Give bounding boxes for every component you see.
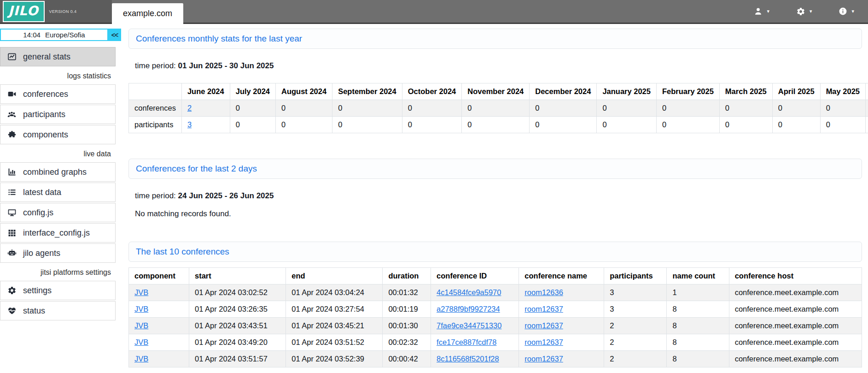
brand-area: JILO VERSION 0.4 [0,0,112,23]
conference-id-link[interactable]: fce17ce887fcdf78 [437,338,496,346]
cell: conference.meet.example.com [729,334,862,351]
app-version: VERSION 0.4 [49,9,76,14]
puzzle-icon [6,130,17,139]
column-header: August 2024 [276,83,332,100]
stat-link[interactable]: 3 [187,120,192,129]
tab-platform[interactable]: example.com [112,3,183,24]
last-conferences-table: componentstartenddurationconference IDco… [128,267,862,367]
conference-name-link[interactable]: room12636 [524,288,563,296]
cell: 3 [604,284,667,301]
cell: 8 [667,301,729,318]
cell: 8c116568f5201f28 [431,351,519,367]
monthly-stats-section: Conferences monthly stats for the last y… [128,29,862,133]
stat-cell: 2 [181,100,230,117]
cell: 7fae9ce344751330 [431,318,519,334]
column-header: duration [383,268,431,284]
stat-cell: 0 [656,100,719,117]
sidebar-item-status[interactable]: status [0,301,116,320]
sidebar-item-participants[interactable]: participants [0,105,116,124]
table-header-row: June 2024July 2024August 2024September 2… [129,83,868,100]
table-row: JVB01 Apr 2024 03:51:5701 Apr 2024 03:52… [129,351,862,367]
conference-id-link[interactable]: a2788f9bf9927234 [437,305,500,313]
users-icon [6,110,17,119]
column-header: December 2024 [530,83,597,100]
last-conferences-title: The last 10 conferences [136,247,229,257]
stat-cell: 0 [597,117,657,133]
column-header: conference name [519,268,604,284]
conference-id-link[interactable]: 4c14584fce9a5970 [437,288,501,296]
cell: fce17ce887fcdf78 [431,334,519,351]
info-menu[interactable]: ▾ [839,7,854,16]
gear-icon [6,286,17,295]
cell: a2788f9bf9927234 [431,301,519,318]
conference-name-link[interactable]: room12637 [524,338,563,346]
component-link[interactable]: JVB [134,305,148,313]
cell: 2 [604,334,667,351]
component-link[interactable]: JVB [134,321,148,330]
last-conferences-card-header[interactable]: The last 10 conferences [128,242,862,262]
user-menu[interactable]: ▾ [754,7,769,16]
sidebar-item-combined-graphs[interactable]: combined graphs [0,162,116,182]
stat-cell: 0 [332,100,402,117]
column-header: April 2025 [772,83,820,100]
component-link[interactable]: JVB [134,355,148,363]
column-header: conference host [729,268,862,284]
stat-cell: 0 [276,100,332,117]
sidebar-collapse-button[interactable]: << [108,29,121,41]
caret-down-icon: ▾ [810,8,812,14]
sidebar-item-components[interactable]: components [0,125,116,144]
cell: 01 Apr 2024 03:04:24 [286,284,383,301]
sidebar-item-config-js[interactable]: config.js [0,203,116,222]
stat-cell: 0 [820,117,865,133]
component-link[interactable]: JVB [134,338,148,346]
conference-name-link[interactable]: room12637 [524,305,563,313]
monthly-stats-card-header[interactable]: Conferences monthly stats for the last y… [128,29,862,49]
cell: 01 Apr 2024 03:43:51 [189,318,286,334]
conference-name-link[interactable]: room12637 [524,355,563,363]
video-icon [6,89,17,99]
sidebar-item-jilo-agents[interactable]: jilo agents [0,243,116,263]
component-link[interactable]: JVB [134,288,148,296]
cell: 00:01:32 [383,284,431,301]
clock: 14:04 Europe/Sofia [0,29,108,41]
stat-link[interactable]: 2 [187,104,192,112]
column-header: May 2025 [820,83,865,100]
bar-chart-icon [6,167,17,177]
sidebar-item-interface-config-js[interactable]: interface_config.js [0,223,116,243]
table-row: JVB01 Apr 2024 03:43:5101 Apr 2024 03:45… [129,318,862,334]
sidebar-item-conferences[interactable]: conferences [0,84,116,104]
sidebar-section-label: logs statistics [0,67,116,84]
cell: 01 Apr 2024 03:52:39 [286,351,383,367]
stat-cell: 0 [719,117,772,133]
sidebar-item-settings[interactable]: settings [0,281,116,300]
conference-id-link[interactable]: 7fae9ce344751330 [437,321,501,330]
table-row: JVB01 Apr 2024 03:49:2001 Apr 2024 03:51… [129,334,862,351]
cell: 01 Apr 2024 03:27:54 [286,301,383,318]
column-header [129,83,182,100]
sidebar-item-label: components [23,130,68,140]
cell: JVB [129,334,189,351]
cell: 01 Apr 2024 03:51:57 [189,351,286,367]
sidebar-item-label: settings [23,286,52,296]
cell: 01 Apr 2024 03:02:52 [189,284,286,301]
row-label: participants [129,117,182,133]
sidebar-item-label: combined graphs [23,167,87,177]
conference-name-link[interactable]: room12637 [524,321,563,330]
clock-row: 14:04 Europe/Sofia << [0,29,122,41]
conference-id-link[interactable]: 8c116568f5201f28 [437,355,499,363]
cell: 3 [604,301,667,318]
sidebar-item-general-stats[interactable]: general stats [0,47,116,66]
cell: 01 Apr 2024 03:51:52 [286,334,383,351]
recent-conferences-section: Conferences for the last 2 days time per… [128,159,862,219]
list-icon [6,188,17,197]
stat-cell: 3 [181,117,230,133]
sidebar-item-latest-data[interactable]: latest data [0,183,116,202]
stat-cell: 0 [462,100,530,117]
recent-conferences-card-header[interactable]: Conferences for the last 2 days [128,159,862,179]
cell: 00:01:19 [383,301,431,318]
stat-cell: 0 [276,117,332,133]
stat-cell: 0 [230,117,275,133]
sidebar-item-label: config.js [23,208,53,218]
settings-menu[interactable]: ▾ [796,7,812,16]
cell: 4c14584fce9a5970 [431,284,519,301]
